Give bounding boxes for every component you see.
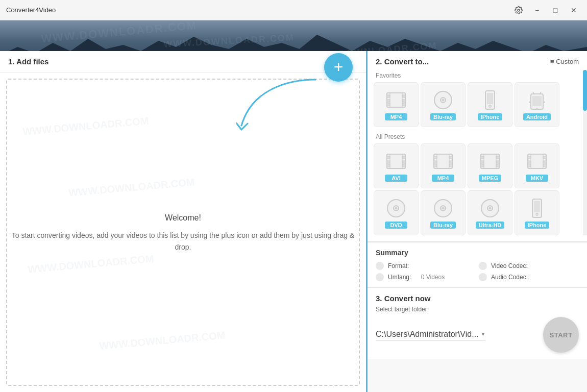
watermark-zone2: WWW.DOWNLOADR.COM xyxy=(68,176,195,199)
svg-rect-52 xyxy=(543,156,546,159)
svg-rect-51 xyxy=(528,164,531,167)
svg-rect-44 xyxy=(496,161,499,163)
svg-rect-49 xyxy=(528,156,531,159)
convert-to-title: 2. Convert to... xyxy=(376,57,429,66)
svg-point-65 xyxy=(489,207,491,209)
favorite-mp4[interactable]: MP4 xyxy=(374,82,419,127)
svg-rect-67 xyxy=(534,201,540,212)
svg-point-62 xyxy=(442,207,444,209)
preset-badge-bluray2: Blu-ray xyxy=(430,222,456,229)
svg-rect-17 xyxy=(532,96,542,106)
titlebar: Converter4Video − □ ✕ xyxy=(0,0,587,20)
welcome-description: To start converting videos, add your vid… xyxy=(7,230,359,254)
svg-rect-22 xyxy=(387,156,390,159)
svg-rect-4 xyxy=(387,103,390,106)
preset-badge-iphone: IPhone xyxy=(478,113,503,120)
favorite-bluray[interactable]: Blu-ray xyxy=(421,82,466,127)
svg-rect-32 xyxy=(434,161,437,163)
start-button[interactable]: START xyxy=(543,317,579,353)
summary-format-row: Format: xyxy=(376,262,476,270)
summary-audio-codec-label: Audio Codec: xyxy=(491,274,528,281)
svg-rect-36 xyxy=(449,164,452,167)
svg-rect-26 xyxy=(402,161,405,163)
preset-badge-mpeg: MPEG xyxy=(479,175,501,182)
svg-rect-41 xyxy=(481,161,484,163)
preset-badge-mp4-2: MP4 xyxy=(432,175,454,182)
folder-path[interactable]: C:\Users\Administrator\Vid... ▼ xyxy=(376,330,485,340)
favorite-iphone[interactable]: IPhone xyxy=(468,82,512,127)
close-button[interactable]: ✕ xyxy=(567,3,581,17)
preset-dvd[interactable]: DVD xyxy=(374,190,419,235)
preset-badge-bluray: Blu-ray xyxy=(430,113,456,120)
summary-grid: Format: Video Codec: Umfang: 0 Videos Au… xyxy=(376,262,579,281)
summary-section: Summary Format: Video Codec: Umfang: 0 V… xyxy=(368,242,587,287)
preset-mkv[interactable]: MKV xyxy=(515,143,559,188)
scrollbar-track xyxy=(583,70,587,235)
summary-format-label: Format: xyxy=(388,262,409,270)
welcome-title: Welcome! xyxy=(7,211,359,226)
svg-point-0 xyxy=(518,9,520,11)
settings-button[interactable] xyxy=(511,3,526,17)
preset-badge-mkv: MKV xyxy=(526,175,548,182)
summary-audio-codec-dot xyxy=(479,273,487,281)
preset-mpeg[interactable]: MPEG xyxy=(468,143,512,188)
right-panel: 2. Convert to... ≡ Custom Favorites xyxy=(368,51,587,392)
main-content: 1. Add files + Welcome! To start convert… xyxy=(0,51,587,392)
arrow-decoration xyxy=(236,75,328,138)
svg-rect-6 xyxy=(402,100,405,102)
preset-iphone2[interactable]: IPhone xyxy=(515,190,559,235)
summary-umfang-value: 0 Videos xyxy=(421,274,445,281)
favorites-label: Favorites xyxy=(372,70,583,82)
convert-now-title: 3. Convert now xyxy=(376,294,579,303)
summary-umfang-label: Umfang: xyxy=(388,274,411,281)
svg-rect-23 xyxy=(387,161,390,163)
all-presets-label: All Presets xyxy=(372,131,583,143)
convert-action-row: C:\Users\Administrator\Vid... ▼ START xyxy=(376,317,579,353)
svg-rect-45 xyxy=(496,164,499,167)
svg-rect-33 xyxy=(434,164,437,167)
folder-label: Select target folder: xyxy=(376,306,429,313)
svg-rect-5 xyxy=(402,95,405,97)
svg-rect-25 xyxy=(402,156,405,159)
preset-badge-dvd: DVD xyxy=(385,222,407,229)
drop-zone[interactable]: + Welcome! To start converting videos, a… xyxy=(6,79,360,386)
add-files-button[interactable]: + xyxy=(324,53,353,82)
welcome-area: Welcome! To start converting videos, add… xyxy=(7,211,359,254)
favorite-android[interactable]: Android xyxy=(515,82,559,127)
favorites-section: Favorites xyxy=(368,70,587,127)
watermark: WWW.DOWNLOADR.COM xyxy=(40,20,198,45)
svg-rect-40 xyxy=(481,156,484,159)
preset-badge-iphone2: IPhone xyxy=(525,222,550,229)
preset-ultrahd[interactable]: Ultra-HD xyxy=(468,190,512,235)
preset-bluray2[interactable]: Blu-ray xyxy=(421,190,466,235)
folder-dropdown-icon: ▼ xyxy=(481,331,486,337)
svg-rect-27 xyxy=(402,164,405,167)
summary-title: Summary xyxy=(376,249,579,257)
watermark2: WWW.DOWNLOADR.COM xyxy=(163,32,295,50)
all-presets-section: All Presets xyxy=(368,131,587,235)
svg-point-59 xyxy=(395,207,397,209)
preset-avi[interactable]: AVI xyxy=(374,143,419,188)
svg-rect-2 xyxy=(387,95,390,97)
custom-button[interactable]: ≡ Custom xyxy=(550,58,579,65)
preset-badge-android: Android xyxy=(523,113,551,120)
presets-scroll[interactable]: Favorites xyxy=(368,70,587,235)
folder-path-text: C:\Users\Administrator\Vid... xyxy=(376,330,479,339)
add-files-panel: 1. Add files + Welcome! To start convert… xyxy=(0,51,368,392)
svg-rect-50 xyxy=(528,161,531,163)
summary-format-dot xyxy=(376,262,384,270)
preset-badge-mp4: MP4 xyxy=(385,113,407,120)
svg-rect-34 xyxy=(449,156,452,159)
svg-rect-7 xyxy=(402,103,405,106)
minimize-button[interactable]: − xyxy=(530,3,544,17)
add-files-header: 1. Add files xyxy=(0,51,366,72)
preset-badge-avi: AVI xyxy=(385,175,407,182)
svg-rect-53 xyxy=(543,161,546,163)
folder-label-row: Select target folder: xyxy=(376,306,579,313)
maximize-button[interactable]: □ xyxy=(548,3,562,17)
preset-mp4[interactable]: MP4 xyxy=(421,143,466,188)
svg-rect-14 xyxy=(487,93,493,104)
svg-rect-54 xyxy=(543,164,546,167)
watermark-zone4: WWW.DOWNLOADR.COM xyxy=(99,329,226,352)
favorites-grid: MP4 Blu-ray xyxy=(372,82,583,127)
